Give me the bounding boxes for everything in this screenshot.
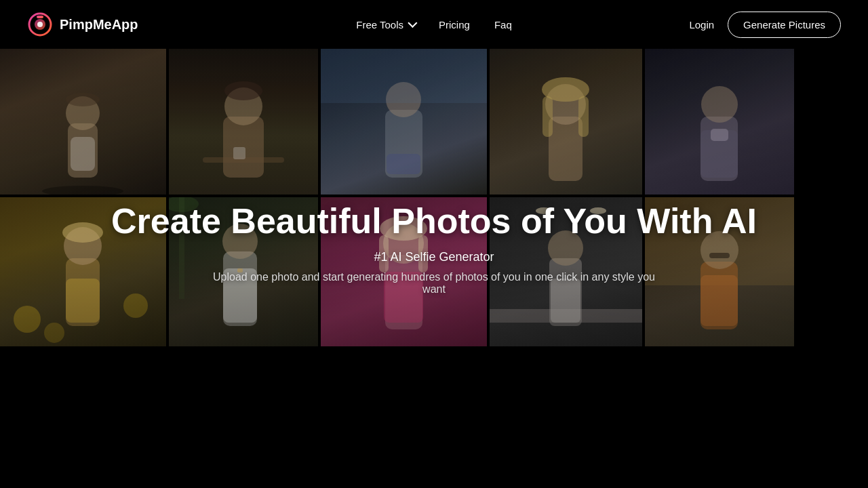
login-button[interactable]: Login	[689, 19, 714, 30]
nav-links: Free Tools Pricing Faq	[356, 19, 511, 30]
chevron-down-icon	[408, 18, 417, 28]
nav-actions: Login Generate Pictures	[689, 12, 841, 38]
hero-section: Create Beautiful Photos of You With AI #…	[0, 49, 868, 449]
logo-icon	[27, 12, 53, 37]
nav-item-free-tools[interactable]: Free Tools	[356, 19, 414, 30]
generate-pictures-button[interactable]: Generate Pictures	[728, 12, 841, 38]
svg-point-2	[37, 22, 43, 27]
logo-text: PimpMeApp	[60, 17, 138, 33]
hero-subtitle: #1 AI Selfie Generator	[374, 250, 494, 264]
hero-description: Upload one photo and start generating hu…	[203, 271, 665, 296]
nav-item-pricing[interactable]: Pricing	[439, 19, 470, 30]
logo[interactable]: PimpMeApp	[27, 12, 138, 37]
navbar: PimpMeApp Free Tools Pricing Faq Login G…	[0, 0, 868, 49]
below-fold-section: Generate Free Photos of Yourself with ou…	[0, 449, 868, 488]
hero-title: Create Beautiful Photos of You With AI	[111, 202, 757, 241]
hero-overlay: Create Beautiful Photos of You With AI #…	[0, 49, 868, 449]
nav-item-faq[interactable]: Faq	[494, 19, 512, 30]
svg-rect-3	[37, 16, 43, 18]
